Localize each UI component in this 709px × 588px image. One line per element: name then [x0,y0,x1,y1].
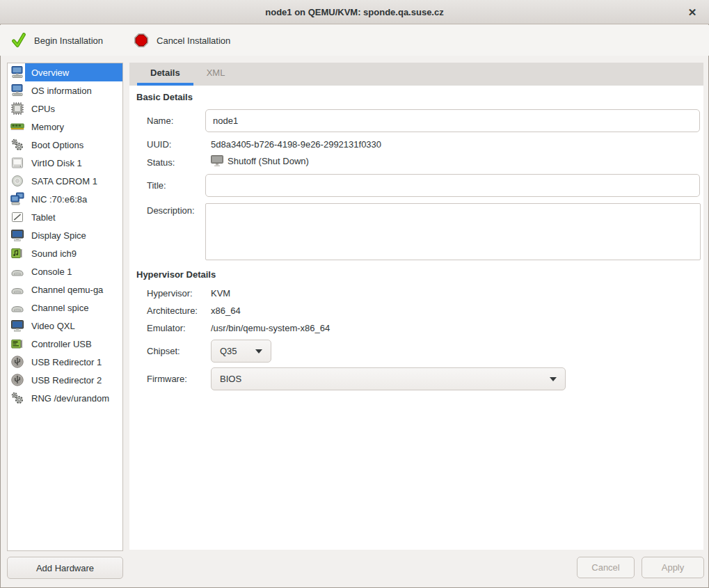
hypervisor-label: Hypervisor: [147,288,193,299]
nic-icon [10,191,25,207]
firmware-value: BIOS [220,374,241,384]
title-label: Title: [147,180,166,191]
sidebar-item-sata-cdrom-1[interactable]: SATA CDROM 1 [8,172,122,190]
sidebar-item-controller-usb[interactable]: Controller USB [8,335,122,353]
sidebar-item-rng-dev-urandom[interactable]: RNG /dev/urandom [8,389,122,407]
begin-installation-label: Begin Installation [34,35,103,46]
chipset-label: Chipset: [147,346,180,356]
toolbar: Begin Installation Cancel Installation [0,25,709,56]
description-label: Description: [147,205,195,216]
usb-icon [10,372,25,388]
name-input[interactable] [205,109,700,132]
controller-icon [10,336,25,351]
computer-icon [10,65,25,80]
firmware-label: Firmware: [147,374,187,384]
display-icon [10,228,25,243]
sidebar-item-os-information[interactable]: OS information [8,81,122,100]
console-icon [10,264,25,279]
disk-icon [10,155,25,170]
console-icon [10,282,25,297]
name-label: Name: [147,116,173,126]
tab-details[interactable]: Details [137,63,193,86]
cancel-installation-button[interactable]: Cancel Installation [127,30,237,51]
uuid-value: 5d8a3405-b726-4198-9e26-2992131f0330 [211,139,381,150]
basic-details-heading: Basic Details [136,92,193,102]
gears-icon [10,390,25,406]
sidebar-item-channel-qemu-ga[interactable]: Channel qemu-ga [8,280,122,299]
begin-installation-button[interactable]: Begin Installation [4,30,110,51]
description-textarea[interactable] [205,203,701,260]
architecture-value: x86_64 [211,305,241,316]
tablet-icon [10,209,25,225]
title-input[interactable] [205,174,700,197]
cancel-button[interactable]: Cancel [577,557,635,578]
architecture-label: Architecture: [147,305,198,316]
add-hardware-button[interactable]: Add Hardware [7,557,123,579]
gears-icon [10,137,25,152]
hypervisor-value: KVM [211,288,230,299]
sidebar-item-usb-redirector-2[interactable]: USB Redirector 2 [8,371,122,389]
uuid-label: UUID: [147,139,171,150]
window-title: node1 on QEMU/KVM: sponde.qa.suse.cz [265,7,443,17]
sidebar-item-sound-ich9[interactable]: Sound ich9 [8,244,122,262]
emulator-label: Emulator: [147,323,186,333]
usb-icon [10,354,25,370]
sidebar-item-overview[interactable]: Overview [8,63,122,81]
cdrom-icon [10,173,25,189]
computer-icon [10,83,25,98]
chipset-dropdown[interactable]: Q35 [211,340,271,363]
tab-xml[interactable]: XML [193,63,239,86]
sound-icon [10,246,25,261]
sidebar-item-display-spice[interactable]: Display Spice [8,226,122,244]
details-panel: Basic Details Name: UUID: 5d8a3405-b726-… [129,86,703,550]
checkmark-icon [11,33,26,48]
chevron-down-icon [255,349,262,353]
vm-details-window: node1 on QEMU/KVM: sponde.qa.suse.cz ✕ B… [0,0,709,588]
sidebar-item-video-qxl[interactable]: Video QXL [8,317,122,335]
console-icon [10,300,25,315]
shutoff-monitor-icon [210,154,224,167]
sidebar-item-usb-redirector-1[interactable]: USB Redirector 1 [8,353,122,371]
firmware-dropdown[interactable]: BIOS [211,367,566,390]
sidebar-item-cpus[interactable]: CPUs [8,100,122,118]
titlebar[interactable]: node1 on QEMU/KVM: sponde.qa.suse.cz ✕ [0,0,709,24]
apply-button[interactable]: Apply [642,557,704,578]
sidebar-item-console-1[interactable]: Console 1 [8,262,122,280]
sidebar-item-channel-spice[interactable]: Channel spice [8,299,122,317]
status-label: Status: [147,157,175,168]
chipset-value: Q35 [220,346,237,356]
chevron-down-icon [550,377,557,381]
close-icon[interactable]: ✕ [683,0,702,24]
status-value: Shutoff (Shut Down) [228,156,309,166]
stop-icon [134,33,149,48]
tabstrip: Details XML [129,63,703,86]
hypervisor-details-heading: Hypervisor Details [136,269,216,280]
cpu-icon [10,101,25,116]
emulator-value: /usr/bin/qemu-system-x86_64 [211,323,330,333]
sidebar-item-boot-options[interactable]: Boot Options [8,136,122,154]
display-icon [10,318,25,333]
sidebar-item-tablet[interactable]: Tablet [8,208,122,226]
sidebar-item-memory[interactable]: Memory [8,118,122,136]
sidebar-item-virtio-disk-1[interactable]: VirtIO Disk 1 [8,154,122,172]
sidebar-item-nic-70-e6-8a[interactable]: NIC :70:e6:8a [8,190,122,208]
memory-icon [10,119,25,134]
sidebar-list: Overview OS information CPUs Memory Boot… [7,63,123,551]
cancel-installation-label: Cancel Installation [157,35,230,46]
